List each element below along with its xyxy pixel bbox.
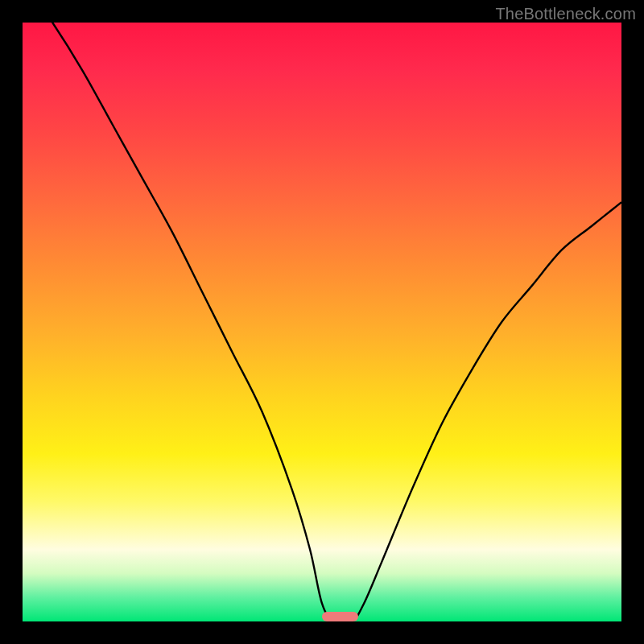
plot-area [23,23,621,621]
bottleneck-curve [23,23,621,621]
chart-frame: TheBottleneck.com [0,0,644,644]
watermark-text: TheBottleneck.com [495,5,636,23]
optimal-range-marker [322,612,358,621]
curve-path [23,23,621,621]
